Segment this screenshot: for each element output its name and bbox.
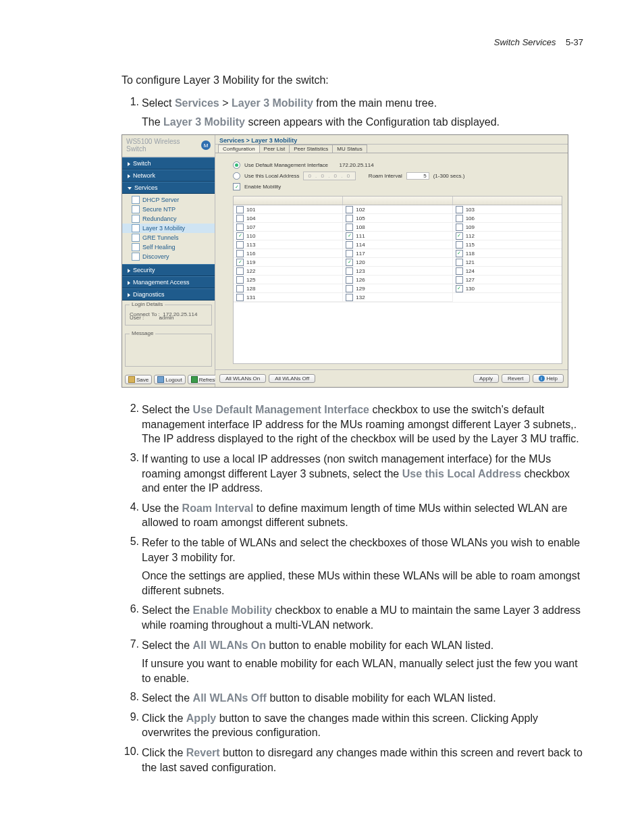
subnav-dhcp[interactable]: DHCP Server xyxy=(122,195,215,205)
wlan-cell[interactable]: 101 xyxy=(234,205,342,214)
wlan-checkbox[interactable] xyxy=(456,206,463,213)
wlan-cell[interactable]: ✓119 xyxy=(234,258,342,267)
wlan-cell[interactable]: 104 xyxy=(234,214,342,223)
wlan-checkbox[interactable] xyxy=(236,276,244,284)
nav-services[interactable]: Services xyxy=(122,182,215,194)
wlan-checkbox[interactable] xyxy=(236,294,244,301)
wlan-cell[interactable]: 114 xyxy=(343,240,452,249)
subnav-redundancy[interactable]: Redundancy xyxy=(122,214,215,224)
wlan-checkbox[interactable]: ✓ xyxy=(456,232,463,240)
nav-mgmt[interactable]: Management Access xyxy=(122,276,215,288)
wlan-cell[interactable]: 129 xyxy=(343,284,452,293)
all-wlans-on-button[interactable]: All WLANs On xyxy=(219,374,266,383)
wlan-checkbox[interactable] xyxy=(456,259,463,266)
subnav-ntp[interactable]: Secure NTP xyxy=(122,205,215,214)
grid-col-2: 102105108✓111114117✓120123126129132 xyxy=(343,205,452,302)
wlan-checkbox[interactable] xyxy=(346,250,353,257)
wlan-checkbox[interactable] xyxy=(346,215,353,222)
wlan-checkbox[interactable] xyxy=(346,276,353,284)
wlan-cell[interactable]: ✓111 xyxy=(343,232,452,240)
wlan-id: 121 xyxy=(466,259,475,265)
wlan-checkbox[interactable]: ✓ xyxy=(236,259,244,266)
help-button[interactable]: iHelp xyxy=(533,374,564,383)
tab-configuration[interactable]: Configuration xyxy=(218,145,260,153)
wlan-checkbox[interactable] xyxy=(236,285,244,292)
wlan-cell[interactable]: 122 xyxy=(234,267,342,276)
wlan-cell[interactable]: ✓112 xyxy=(453,232,562,240)
nav-diag[interactable]: Diagnostics xyxy=(122,288,215,301)
wlan-checkbox[interactable]: ✓ xyxy=(346,232,353,240)
wlan-id: 118 xyxy=(466,251,475,257)
checkbox-enable-mobility[interactable]: ✓ xyxy=(233,183,240,190)
wlan-cell[interactable]: 115 xyxy=(453,240,562,249)
tab-peer-statistics[interactable]: Peer Statistics xyxy=(289,145,333,153)
wlan-checkbox[interactable] xyxy=(346,294,353,301)
wlan-checkbox[interactable] xyxy=(456,215,463,222)
subnav-l3mobility[interactable]: Layer 3 Mobility xyxy=(122,224,215,233)
wlan-cell[interactable]: 125 xyxy=(234,276,342,284)
wlan-cell[interactable]: 105 xyxy=(343,214,452,223)
wlan-checkbox[interactable] xyxy=(346,267,353,275)
save-button[interactable]: Save xyxy=(125,375,152,384)
wlan-cell[interactable]: 109 xyxy=(453,223,562,232)
wlan-cell[interactable]: 117 xyxy=(343,249,452,258)
wlan-checkbox[interactable] xyxy=(346,241,353,249)
wlan-cell[interactable]: 128 xyxy=(234,284,342,293)
wlan-cell[interactable]: 132 xyxy=(343,293,452,302)
wlan-checkbox[interactable]: ✓ xyxy=(346,259,353,266)
apply-button[interactable]: Apply xyxy=(473,374,499,383)
wlan-cell[interactable]: 123 xyxy=(343,267,452,276)
wlan-checkbox[interactable] xyxy=(236,250,244,257)
tab-mu-status[interactable]: MU Status xyxy=(332,145,367,153)
subnav-gre[interactable]: GRE Tunnels xyxy=(122,233,215,242)
all-wlans-off-button[interactable]: All WLANs Off xyxy=(269,374,315,383)
radio-local-addr[interactable] xyxy=(233,172,240,180)
wlan-checkbox[interactable] xyxy=(236,206,244,213)
login-details: Login Details Connect To : 172.20.25.114… xyxy=(125,305,212,325)
wlan-checkbox[interactable]: ✓ xyxy=(456,250,463,257)
nav-network[interactable]: Network xyxy=(122,170,215,182)
local-ip-input[interactable]: 0 . 0 . 0 . 0 xyxy=(303,172,356,180)
revert-button[interactable]: Revert xyxy=(502,374,530,383)
step-3: If wanting to use a local IP addresses (… xyxy=(142,452,583,496)
wlan-cell[interactable]: 126 xyxy=(343,276,452,284)
tab-peer-list[interactable]: Peer List xyxy=(259,145,290,153)
wlan-checkbox[interactable] xyxy=(346,285,353,292)
wlan-checkbox[interactable] xyxy=(456,276,463,284)
subnav-selfhealing[interactable]: Self Healing xyxy=(122,242,215,252)
wlan-checkbox[interactable] xyxy=(346,224,353,231)
nav-switch[interactable]: Switch xyxy=(122,157,215,170)
save-icon xyxy=(128,376,135,383)
wlan-checkbox[interactable] xyxy=(456,241,463,249)
wlan-cell[interactable]: ✓118 xyxy=(453,249,562,258)
wlan-checkbox[interactable] xyxy=(236,241,244,249)
wlan-cell[interactable]: ✓130 xyxy=(453,284,562,293)
wlan-cell[interactable]: 116 xyxy=(234,249,342,258)
wlan-cell[interactable]: ✓110 xyxy=(234,232,342,240)
wlan-cell[interactable]: 103 xyxy=(453,205,562,214)
roam-interval-input[interactable]: 5 xyxy=(406,172,429,180)
wlan-checkbox[interactable] xyxy=(236,267,244,275)
wlan-checkbox[interactable] xyxy=(456,224,463,231)
wlan-cell[interactable]: 127 xyxy=(453,276,562,284)
wlan-cell[interactable]: 113 xyxy=(234,240,342,249)
wlan-cell[interactable]: 107 xyxy=(234,223,342,232)
subnav-services: DHCP Server Secure NTP Redundancy Layer … xyxy=(122,194,215,264)
logout-button[interactable]: Logout xyxy=(154,375,185,384)
nav-security[interactable]: Security xyxy=(122,264,215,276)
subnav-discovery[interactable]: Discovery xyxy=(122,252,215,261)
wlan-cell[interactable]: 131 xyxy=(234,293,342,302)
wlan-checkbox[interactable]: ✓ xyxy=(456,285,463,292)
wlan-cell[interactable]: 108 xyxy=(343,223,452,232)
wlan-cell[interactable]: 124 xyxy=(453,267,562,276)
wlan-checkbox[interactable]: ✓ xyxy=(236,232,244,240)
wlan-checkbox[interactable] xyxy=(456,267,463,275)
wlan-checkbox[interactable] xyxy=(236,224,244,231)
wlan-checkbox[interactable] xyxy=(236,215,244,222)
wlan-cell[interactable]: 102 xyxy=(343,205,452,214)
wlan-cell[interactable]: ✓120 xyxy=(343,258,452,267)
wlan-cell[interactable]: 106 xyxy=(453,214,562,223)
radio-default-mgmt[interactable] xyxy=(233,161,240,169)
wlan-checkbox[interactable] xyxy=(346,206,353,213)
wlan-cell[interactable]: 121 xyxy=(453,258,562,267)
